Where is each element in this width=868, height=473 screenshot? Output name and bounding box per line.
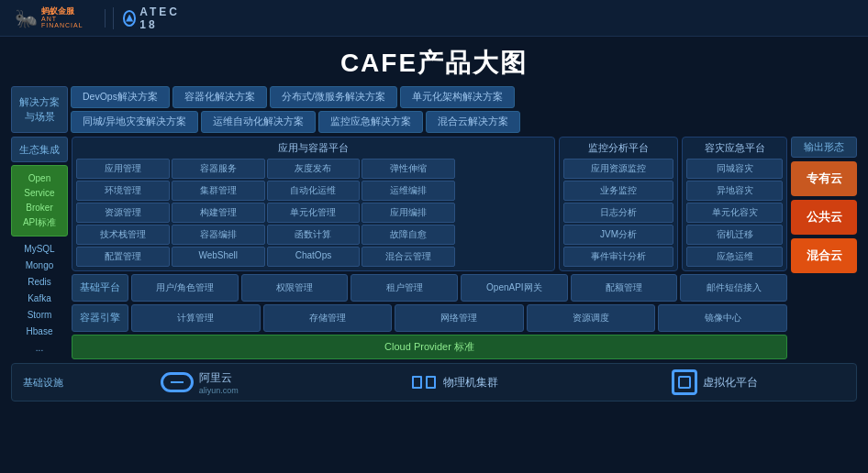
server-icon (412, 376, 438, 389)
cell-build-mgmt[interactable]: 构建管理 (172, 203, 265, 223)
atec-text: ATEC 18 (139, 6, 186, 31)
hybrid-cloud-button[interactable]: 混合云 (791, 238, 857, 273)
private-cloud-button[interactable]: 专有云 (791, 161, 857, 196)
base-auth[interactable]: 权限管理 (241, 274, 349, 302)
cell-app-mgmt[interactable]: 应用管理 (76, 159, 170, 179)
content-area: 解决方案与场景 DevOps解决方案 容器化解决方案 分布式/微服务解决方案 单… (0, 86, 868, 407)
cell-hybrid-mgmt[interactable]: 混合云管理 (362, 247, 455, 267)
cell-config-mgmt[interactable]: 配置管理 (76, 247, 170, 267)
monitor-audit[interactable]: 事件审计分析 (563, 247, 673, 267)
aliyun-name: 阿里云 (199, 370, 239, 386)
engine-compute[interactable]: 计算管理 (131, 304, 261, 332)
storm-item: Storm (11, 307, 68, 324)
virtual-platform-name: 虚拟化平台 (703, 375, 758, 390)
page-title: CAFE产品大图 (0, 37, 868, 86)
mongo-item: Mongo (11, 258, 68, 274)
cell-ops-arrange[interactable]: 运维编排 (362, 181, 455, 201)
broker-text: Broker (16, 201, 63, 215)
ant-logo-text: 蚂蚁金服 (41, 7, 97, 16)
solution-disaster[interactable]: 同城/异地灾变解决方案 (71, 111, 198, 133)
monitor-biz[interactable]: 业务监控 (563, 181, 673, 201)
service-text: Service (16, 186, 63, 201)
atec-ring-icon (123, 10, 136, 27)
disaster-migrate[interactable]: 宿机迁移 (686, 225, 783, 245)
atec-inner-icon (126, 15, 133, 22)
solution-devops[interactable]: DevOps解决方案 (71, 86, 170, 108)
cell-webshell[interactable]: WebShell (172, 247, 265, 267)
aliyun-logo-icon (161, 372, 194, 392)
ant-icon: 🐜 (15, 7, 38, 29)
header-divider (105, 9, 106, 28)
cell-unit-mgmt[interactable]: 单元化管理 (267, 203, 361, 223)
solution-hybrid[interactable]: 混合云解决方案 (426, 111, 520, 133)
cell-auto-ops[interactable]: 自动化运维 (267, 181, 361, 201)
cell-empty5 (457, 247, 551, 267)
disaster-emergency-ops[interactable]: 应急运维 (686, 247, 783, 267)
engine-network[interactable]: 网络管理 (395, 304, 524, 332)
base-tenant[interactable]: 租户管理 (351, 274, 458, 302)
engine-storage[interactable]: 存储管理 (263, 304, 393, 332)
cell-empty2 (457, 181, 551, 201)
open-service-box: Open Service Broker API标准 (11, 165, 68, 236)
disaster-unit[interactable]: 单元化容灾 (686, 203, 783, 223)
cell-res-mgmt[interactable]: 资源管理 (76, 203, 170, 223)
atec-logo: ATEC 18 (113, 7, 186, 29)
solution-microservice[interactable]: 分布式/微服务解决方案 (270, 86, 397, 108)
monitor-jvm[interactable]: JVM分析 (563, 225, 673, 245)
cell-gray-deploy[interactable]: 灰度发布 (267, 159, 361, 179)
public-cloud-button[interactable]: 公共云 (791, 200, 857, 235)
virtual-platform-item: 虚拟化平台 (672, 369, 758, 395)
solution-monitor[interactable]: 监控应急解决方案 (318, 111, 423, 133)
cell-container-svc[interactable]: 容器服务 (172, 159, 265, 179)
cell-container-arrange[interactable]: 容器编排 (172, 225, 265, 245)
container-engine-row: 容器引擎 计算管理 存储管理 网络管理 资源调度 镜像中心 (72, 304, 787, 332)
solution-container[interactable]: 容器化解决方案 (172, 86, 267, 108)
cell-empty1 (457, 159, 551, 179)
cell-tech-stack[interactable]: 技术栈管理 (76, 225, 170, 245)
aliyun-icon-group: 阿里云 aliyun.com (161, 370, 239, 395)
base-email-sms[interactable]: 邮件短信接入 (680, 274, 787, 302)
monitoring-section: 监控分析平台 应用资源监控 业务监控 日志分析 JVM分析 事件审计分析 (559, 137, 678, 271)
disaster-samecity[interactable]: 同城容灾 (686, 159, 783, 179)
solution-top-row: DevOps解决方案 容器化解决方案 分布式/微服务解决方案 单元化架构解决方案 (71, 86, 857, 108)
hbase-item: Hbase (11, 324, 68, 340)
solution-bottom-row: 同城/异地灾变解决方案 运维自动化解决方案 监控应急解决方案 混合云解决方案 (71, 111, 857, 133)
physical-cluster-name: 物理机集群 (443, 375, 498, 390)
physical-cluster-item: 物理机集群 (412, 375, 498, 390)
cell-func-compute[interactable]: 函数计算 (267, 225, 361, 245)
output-label: 输出形态 (791, 137, 857, 158)
engine-image-center[interactable]: 镜像中心 (658, 304, 787, 332)
physical-icon-group: 物理机集群 (412, 375, 498, 390)
cell-empty4 (457, 225, 551, 245)
monitor-app-res[interactable]: 应用资源监控 (563, 159, 673, 179)
cell-fault-recover[interactable]: 故障自愈 (362, 225, 455, 245)
server-rect-1 (412, 376, 422, 389)
ant-sub-text: ANT FINANCIAL (41, 16, 97, 28)
solution-row: 解决方案与场景 DevOps解决方案 容器化解决方案 分布式/微服务解决方案 单… (11, 86, 857, 133)
monitor-log[interactable]: 日志分析 (563, 203, 673, 223)
disaster-remote[interactable]: 异地容灾 (686, 181, 783, 201)
aliyun-item: 阿里云 aliyun.com (161, 370, 239, 395)
engine-resource-sched[interactable]: 资源调度 (527, 304, 656, 332)
base-openapi[interactable]: OpenAPI网关 (461, 274, 568, 302)
cell-env-mgmt[interactable]: 环境管理 (76, 181, 170, 201)
mysql-item: MySQL (11, 241, 68, 258)
cell-elastic-scale[interactable]: 弹性伸缩 (362, 159, 455, 179)
base-user-role[interactable]: 用户/角色管理 (131, 274, 239, 302)
container-engine-label: 容器引擎 (72, 304, 128, 332)
cell-app-arrange[interactable]: 应用编排 (362, 203, 455, 223)
aliyun-domain: aliyun.com (199, 386, 239, 395)
virtual-inner (678, 376, 691, 389)
app-platform-section: 应用与容器平台 应用管理 容器服务 灰度发布 弹性伸缩 环境管理 集群管理 自动… (72, 137, 555, 271)
center-area: 应用与容器平台 应用管理 容器服务 灰度发布 弹性伸缩 环境管理 集群管理 自动… (72, 137, 787, 359)
virtual-icon (672, 369, 697, 395)
solution-singleunit[interactable]: 单元化架构解决方案 (400, 86, 515, 108)
cell-cluster-mgmt[interactable]: 集群管理 (172, 181, 265, 201)
disaster-grid: 同城容灾 异地容灾 单元化容灾 宿机迁移 应急运维 (686, 159, 783, 267)
base-quota[interactable]: 配额管理 (571, 274, 678, 302)
ecosystem-label: 生态集成 (11, 137, 68, 162)
solution-ops-auto[interactable]: 运维自动化解决方案 (201, 111, 316, 133)
solution-items: DevOps解决方案 容器化解决方案 分布式/微服务解决方案 单元化架构解决方案… (71, 86, 857, 133)
cell-chatops[interactable]: ChatOps (267, 247, 361, 267)
disaster-section: 容灾应急平台 同城容灾 异地容灾 单元化容灾 宿机迁移 应急运维 (682, 137, 787, 271)
